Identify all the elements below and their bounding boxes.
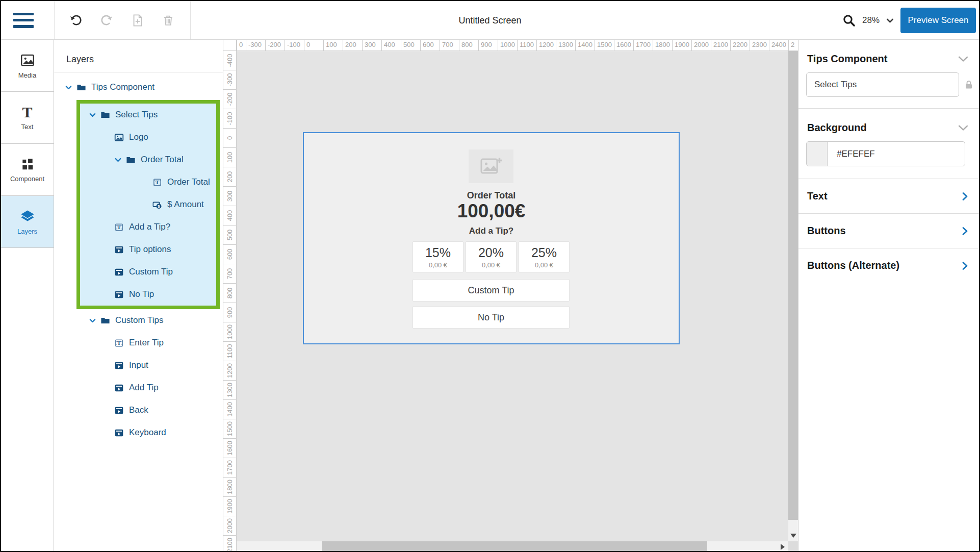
layer-row-order-total[interactable]: Order Total	[80, 148, 216, 171]
layer-row-add-tip[interactable]: Add Tip	[54, 377, 223, 399]
layer-label: Custom Tips	[115, 315, 163, 325]
layer-row-custom-tip[interactable]: Custom Tip	[80, 261, 216, 283]
chevron-down-icon[interactable]	[89, 317, 97, 324]
v-ruler-tick: 500	[223, 225, 236, 245]
zoom-level[interactable]: 28%	[862, 15, 880, 26]
magnifier-icon[interactable]	[842, 13, 856, 28]
component-section-header[interactable]: Tips Component	[798, 40, 979, 65]
image-plus-icon	[479, 154, 503, 179]
rail-item-text[interactable]: TText	[1, 92, 54, 144]
layer-row-amount[interactable]: $$ Amount	[80, 193, 216, 216]
h-ruler-tick: 100	[323, 40, 343, 51]
layer-row-input[interactable]: Input	[54, 354, 223, 377]
order-total-value[interactable]: 100,00€	[304, 200, 679, 222]
h-ruler-tick: 700	[440, 40, 459, 51]
logo-image-placeholder[interactable]	[469, 149, 513, 183]
text-T-icon: T	[22, 105, 32, 119]
folder-icon	[100, 316, 111, 325]
v-ruler-tick: -300	[223, 70, 236, 90]
layer-label: Add a Tip?	[129, 222, 170, 232]
svg-text:T: T	[117, 340, 121, 346]
layer-label: Order Total	[167, 177, 210, 187]
v-ruler-tick: 400	[223, 206, 236, 225]
layer-label: Tip options	[129, 244, 171, 255]
selected-tips-dropdown[interactable]: Select Tips	[806, 72, 959, 97]
button-icon	[114, 245, 124, 255]
button-icon	[114, 290, 124, 299]
rail-item-media[interactable]: Media	[1, 40, 54, 92]
h-ruler-tick: 1800	[653, 40, 672, 51]
chevron-down-icon[interactable]	[114, 156, 122, 164]
layer-row-enter-tip[interactable]: TEnter Tip	[54, 332, 223, 354]
undo-icon[interactable]	[68, 13, 83, 28]
chevron-right-icon[interactable]	[960, 191, 970, 202]
chevron-down-icon[interactable]	[65, 84, 73, 91]
svg-text:T: T	[117, 224, 121, 230]
v-ruler-tick: -100	[223, 109, 236, 129]
v-ruler-tick: 1700	[223, 458, 236, 478]
section-buttons-alternate[interactable]: Buttons (Alternate)	[798, 248, 979, 283]
lock-icon[interactable]	[964, 80, 974, 90]
delete-icon[interactable]	[161, 13, 176, 28]
no-tip-button[interactable]: No Tip	[412, 306, 570, 329]
v-ruler-tick: 2000	[223, 516, 236, 536]
chevron-right-icon[interactable]	[960, 226, 970, 236]
button-icon	[114, 406, 124, 415]
h-ruler-tick: -200	[265, 40, 285, 51]
horizontal-scrollbar-thumb[interactable]	[322, 541, 707, 552]
zoom-chevron-down-icon[interactable]	[886, 16, 894, 25]
layer-row-custom-tips[interactable]: Custom Tips	[54, 309, 223, 332]
horizontal-scrollbar[interactable]	[237, 541, 788, 552]
layer-row-tips-component[interactable]: Tips Component	[54, 76, 223, 98]
h-ruler-tick: 2400	[769, 40, 788, 51]
scroll-down-arrow-icon[interactable]	[790, 534, 796, 538]
tip-percent-button-25[interactable]: 25%0,00 €	[519, 241, 570, 272]
layer-row-no-tip[interactable]: No Tip	[80, 283, 216, 306]
layer-row-tip-options[interactable]: Tip options	[80, 238, 216, 261]
chevron-down-icon[interactable]	[957, 121, 970, 134]
tips-component-selection-frame[interactable]: Order Total 100,00€ Add a Tip? 15%0,00 €…	[303, 132, 680, 344]
layer-row-logo[interactable]: Logo	[80, 126, 216, 148]
layer-row-select-tips[interactable]: Select Tips	[80, 104, 216, 126]
preview-screen-button[interactable]: Preview Screen	[900, 8, 976, 33]
screen-title: Untitled Screen	[458, 15, 521, 26]
order-total-label[interactable]: Order Total	[304, 190, 679, 201]
v-ruler-tick: 1300	[223, 381, 236, 400]
section-buttons[interactable]: Buttons	[798, 214, 979, 248]
color-swatch[interactable]	[807, 142, 828, 166]
top-toolbar: Untitled Screen 28% Preview Screen	[1, 1, 979, 40]
button-icon	[114, 428, 124, 438]
chevron-down-icon[interactable]	[957, 52, 970, 65]
h-ruler-tick: -300	[246, 40, 265, 51]
layer-row-add-a-tip[interactable]: TAdd a Tip?	[80, 216, 216, 238]
tip-percent-button-15[interactable]: 15%0,00 €	[412, 241, 463, 272]
tip-amount-value: 0,00 €	[535, 261, 553, 269]
custom-tip-button[interactable]: Custom Tip	[412, 279, 570, 302]
layers-tree: Tips ComponentSelect TipsLogoOrder Total…	[54, 72, 223, 444]
background-color-field[interactable]: #EFEFEF	[806, 141, 965, 166]
design-canvas[interactable]: Order Total 100,00€ Add a Tip? 15%0,00 €…	[237, 51, 788, 541]
layer-row-keyboard[interactable]: Keyboard	[54, 421, 223, 444]
h-ruler-tick: 0	[304, 40, 323, 51]
section-text[interactable]: Text	[798, 179, 979, 214]
h-ruler-tick: 1600	[614, 40, 633, 51]
scroll-right-arrow-icon[interactable]	[781, 544, 785, 550]
vertical-scrollbar[interactable]	[788, 51, 798, 541]
rail-item-component[interactable]: Component	[1, 144, 54, 196]
vertical-scrollbar-thumb[interactable]	[788, 51, 798, 520]
h-ruler-tick: 2	[788, 40, 798, 51]
layer-row-order-total[interactable]: TOrder Total	[80, 171, 216, 193]
toolbar-divider	[190, 1, 191, 39]
hamburger-menu-icon[interactable]	[13, 13, 34, 28]
tip-percent-button-20[interactable]: 20%0,00 €	[466, 241, 517, 272]
redo-icon[interactable]	[99, 13, 115, 28]
background-section-header[interactable]: Background	[798, 109, 979, 134]
tip-percent-value: 15%	[425, 245, 451, 260]
chevron-down-icon[interactable]	[89, 111, 97, 119]
layer-row-back[interactable]: Back	[54, 399, 223, 421]
new-screen-icon[interactable]	[130, 13, 145, 28]
rail-item-layers[interactable]: Layers	[1, 196, 54, 248]
media-image-icon	[20, 53, 35, 68]
add-a-tip-label[interactable]: Add a Tip?	[304, 226, 679, 236]
chevron-right-icon[interactable]	[960, 261, 970, 271]
